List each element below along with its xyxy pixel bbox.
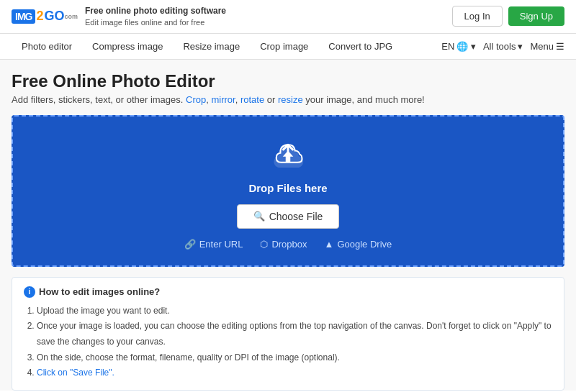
- nav-resize-image[interactable]: Resize image: [173, 34, 250, 59]
- google-drive-link[interactable]: ▲ Google Drive: [325, 239, 392, 250]
- tagline-sub: Edit image files online and for free: [85, 18, 204, 27]
- dropbox-icon: ⬡: [260, 239, 268, 250]
- tagline-main: Free online photo editing software: [85, 6, 226, 16]
- nav-all-tools[interactable]: All tools ▾: [483, 41, 523, 52]
- drop-text: Drop Files here: [248, 182, 327, 194]
- header-buttons: Log In Sign Up: [452, 6, 564, 27]
- search-icon: 🔍: [253, 211, 265, 222]
- nav-crop-image[interactable]: Crop image: [250, 34, 318, 59]
- info-box-title: i How to edit images online?: [24, 286, 552, 298]
- dropbox-link[interactable]: ⬡ Dropbox: [260, 239, 307, 250]
- upload-icon: [269, 137, 307, 176]
- header: IMG 2 GO com Free online photo editing s…: [0, 0, 576, 34]
- svg-rect-0: [286, 155, 291, 163]
- page-subtitle: Add filters, stickers, text, or other im…: [12, 94, 564, 105]
- upload-cloud-icon: [269, 137, 307, 174]
- logo-area: IMG 2 GO com Free online photo editing s…: [12, 6, 226, 27]
- save-file-link[interactable]: Click on "Save File".: [37, 368, 114, 378]
- nav-right: EN 🌐 ▾ All tools ▾ Menu ☰: [441, 41, 564, 52]
- page-title: Free Online Photo Editor: [12, 71, 564, 91]
- nav-lang[interactable]: EN 🌐 ▾: [441, 41, 476, 52]
- login-button[interactable]: Log In: [452, 6, 503, 27]
- header-tagline: Free online photo editing software Edit …: [85, 6, 226, 27]
- choose-file-button[interactable]: 🔍 Choose File: [237, 204, 340, 229]
- nav-photo-editor[interactable]: Photo editor: [12, 34, 82, 59]
- resize-link[interactable]: resize: [278, 94, 303, 105]
- nav-left: Photo editor Compress image Resize image…: [12, 34, 441, 59]
- info-step-4: Click on "Save File".: [37, 365, 552, 381]
- crop-link[interactable]: Crop: [186, 94, 206, 105]
- info-step-1: Upload the image you want to edit.: [37, 304, 552, 319]
- dropzone[interactable]: Drop Files here 🔍 Choose File 🔗 Enter UR…: [12, 115, 564, 267]
- choose-file-label: Choose File: [269, 211, 323, 222]
- mirror-link[interactable]: mirror: [211, 94, 235, 105]
- rotate-link[interactable]: rotate: [240, 94, 264, 105]
- info-step-3: On the side, choose the format, filename…: [37, 350, 552, 366]
- nav-compress-image[interactable]: Compress image: [82, 34, 173, 59]
- main-content: Free Online Photo Editor Add filters, st…: [0, 60, 576, 391]
- signup-button[interactable]: Sign Up: [508, 6, 564, 26]
- info-steps: Upload the image you want to edit. Once …: [24, 304, 552, 381]
- logo-img-text: IMG: [12, 9, 35, 24]
- logo-badge: com: [64, 13, 78, 20]
- google-drive-icon: ▲: [325, 239, 334, 250]
- link-icon: 🔗: [184, 239, 196, 250]
- logo: IMG 2 GO com: [12, 9, 78, 24]
- info-icon: i: [24, 286, 35, 298]
- info-box: i How to edit images online? Upload the …: [12, 277, 564, 391]
- info-step-2: Once your image is loaded, you can choos…: [37, 319, 552, 350]
- dropzone-links: 🔗 Enter URL ⬡ Dropbox ▲ Google Drive: [184, 239, 392, 250]
- nav-convert-jpg[interactable]: Convert to JPG: [318, 34, 402, 59]
- nav: Photo editor Compress image Resize image…: [0, 34, 576, 60]
- enter-url-link[interactable]: 🔗 Enter URL: [184, 239, 243, 250]
- nav-menu[interactable]: Menu ☰: [530, 41, 564, 52]
